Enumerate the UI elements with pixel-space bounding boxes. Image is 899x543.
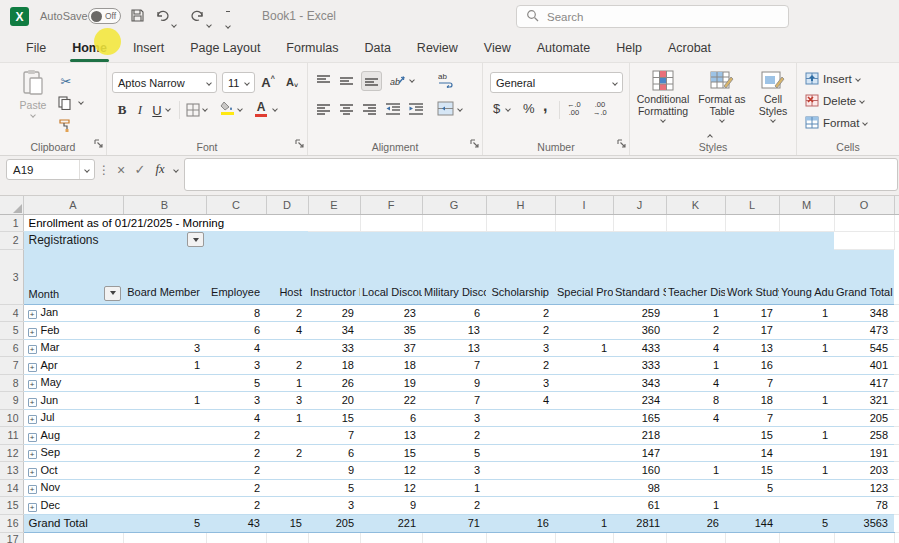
cell-grand-total-value[interactable]: 43 — [206, 514, 266, 532]
cell-empty[interactable] — [308, 532, 360, 543]
borders-icon[interactable] — [186, 103, 200, 117]
cell-value[interactable] — [555, 321, 613, 339]
borders-dropdown-icon[interactable] — [203, 107, 207, 111]
merge-center-icon[interactable] — [437, 101, 454, 116]
cell-value[interactable]: 7 — [422, 391, 486, 409]
cell-empty[interactable] — [894, 496, 899, 514]
formula-input[interactable] — [184, 158, 898, 191]
cell-value[interactable]: 34 — [308, 321, 360, 339]
cell-value[interactable]: 3 — [206, 391, 266, 409]
align-top-icon[interactable] — [316, 74, 331, 88]
cell-value[interactable]: 26 — [308, 374, 360, 391]
expand-button[interactable]: + — [28, 380, 37, 389]
cell-empty[interactable] — [555, 214, 613, 231]
column-header-C[interactable]: C — [206, 196, 266, 214]
tab-acrobat[interactable]: Acrobat — [655, 33, 724, 62]
cell-value[interactable]: 6 — [422, 304, 486, 321]
row-header-5[interactable]: 5 — [0, 321, 23, 339]
cell-value[interactable]: 7 — [725, 409, 779, 426]
row-header-14[interactable]: 14 — [0, 479, 23, 496]
cell-value[interactable] — [123, 479, 206, 496]
cell-value[interactable]: 234 — [613, 391, 666, 409]
cell-empty[interactable] — [486, 231, 555, 249]
currency-icon[interactable]: $ — [493, 101, 500, 116]
tab-formulas[interactable]: Formulas — [273, 33, 351, 62]
font-launcher-icon[interactable] — [295, 134, 304, 152]
cell-value[interactable]: 2 — [266, 444, 308, 461]
cell-empty[interactable] — [894, 321, 899, 339]
redo-icon[interactable] — [190, 8, 205, 27]
column-header-K[interactable]: K — [666, 196, 725, 214]
tab-page-layout[interactable]: Page Layout — [177, 33, 273, 62]
tab-file[interactable]: File — [13, 33, 59, 62]
header-instructor-resource[interactable]: Instructor Resource — [308, 249, 360, 304]
increase-indent-icon[interactable] — [408, 102, 424, 116]
copy-dropdown-icon[interactable] — [79, 100, 83, 104]
cell-value[interactable] — [666, 426, 725, 444]
cell-value[interactable] — [123, 496, 206, 514]
cell-value[interactable]: 13 — [725, 339, 779, 356]
row-header-3[interactable]: 3 — [0, 249, 23, 304]
cell-empty[interactable] — [206, 231, 266, 249]
font-color-dropdown-icon[interactable] — [273, 107, 277, 111]
cell-value[interactable]: 3 — [206, 356, 266, 374]
fill-color-dropdown-icon[interactable] — [238, 107, 242, 111]
expand-button[interactable]: + — [28, 310, 37, 319]
cell-value[interactable]: 3 — [123, 339, 206, 356]
row-header-11[interactable]: 11 — [0, 426, 23, 444]
cell-value[interactable]: 98 — [613, 479, 666, 496]
header-scholarship[interactable]: Scholarship — [486, 249, 555, 304]
cell-value[interactable] — [779, 409, 834, 426]
cell-value[interactable]: 4 — [666, 374, 725, 391]
comma-style-icon[interactable]: , — [543, 97, 547, 115]
column-header-E[interactable]: E — [308, 196, 360, 214]
tab-data[interactable]: Data — [351, 33, 403, 62]
row-header-6[interactable]: 6 — [0, 339, 23, 356]
cell-month-dec[interactable]: +Dec — [23, 496, 123, 514]
cell-value[interactable] — [555, 426, 613, 444]
cell-value[interactable] — [266, 479, 308, 496]
cell-value[interactable]: 15 — [725, 426, 779, 444]
cell-empty[interactable] — [894, 339, 899, 356]
cell-grand-total-value[interactable]: 221 — [360, 514, 422, 532]
increase-font-icon[interactable]: A^ — [257, 73, 279, 91]
header-standard-student[interactable]: Standard Student — [613, 249, 666, 304]
row-header-16[interactable]: 16 — [0, 514, 23, 532]
cell-value[interactable]: 15 — [725, 461, 779, 479]
delete-cells-button[interactable]: Delete — [805, 94, 864, 107]
format-cells-button[interactable]: Format — [805, 116, 867, 129]
header-military-discount[interactable]: Military Discount — [422, 249, 486, 304]
fx-dropdown-icon[interactable] — [170, 159, 182, 180]
cell-value[interactable]: 2 — [666, 321, 725, 339]
cell-value[interactable] — [486, 461, 555, 479]
cell-value[interactable] — [266, 339, 308, 356]
cell-month-oct[interactable]: +Oct — [23, 461, 123, 479]
name-box-splitter-icon[interactable]: ⋮ — [99, 159, 109, 180]
cell-value[interactable]: 17 — [725, 304, 779, 321]
cell-value[interactable] — [123, 409, 206, 426]
tab-view[interactable]: View — [471, 33, 524, 62]
cell-value[interactable] — [486, 496, 555, 514]
expand-button[interactable]: + — [28, 433, 37, 442]
header-young-adult[interactable]: Young Adult — [779, 249, 834, 304]
cell-grand-total-value[interactable]: 26 — [666, 514, 725, 532]
cell-grand-total-value[interactable]: 5 — [779, 514, 834, 532]
cell-grand-total-value[interactable]: 2811 — [613, 514, 666, 532]
cell-value[interactable]: 333 — [613, 356, 666, 374]
decrease-decimal-icon[interactable]: .00→.0 — [593, 101, 607, 118]
cell-value[interactable]: 6 — [308, 444, 360, 461]
cell-empty[interactable] — [422, 532, 486, 543]
cell-value[interactable] — [123, 444, 206, 461]
underline-button[interactable]: U — [150, 101, 164, 119]
format-painter-icon[interactable] — [58, 118, 72, 132]
cell-value[interactable]: 417 — [834, 374, 894, 391]
cell-value[interactable]: 1 — [123, 356, 206, 374]
cell-empty[interactable] — [834, 532, 894, 543]
cell-value[interactable]: 1 — [123, 391, 206, 409]
cell-value[interactable] — [555, 444, 613, 461]
cell-value[interactable]: 165 — [613, 409, 666, 426]
cell-empty[interactable] — [613, 214, 666, 231]
header-month[interactable]: Month — [23, 249, 123, 304]
cell-value[interactable] — [486, 426, 555, 444]
column-header-M[interactable]: M — [779, 196, 834, 214]
